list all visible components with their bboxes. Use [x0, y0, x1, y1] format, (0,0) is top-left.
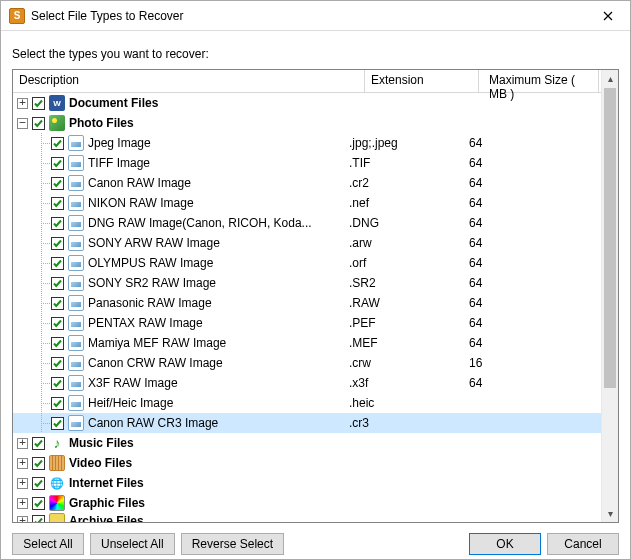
extension-value: .cr3	[347, 416, 461, 430]
extension-value: .TIF	[347, 156, 461, 170]
checkbox[interactable]	[51, 277, 64, 290]
category-label: Archive Files	[69, 514, 347, 522]
category-row-photo[interactable]: −Photo Files	[13, 113, 601, 133]
file-type-row[interactable]: Canon CRW RAW Image.crw16	[13, 353, 601, 373]
file-type-row[interactable]: TIFF Image.TIF64	[13, 153, 601, 173]
select-all-button[interactable]: Select All	[12, 533, 84, 555]
checkbox[interactable]	[32, 437, 45, 450]
column-max-size[interactable]: Maximum Size ( MB )	[479, 70, 599, 92]
expand-icon[interactable]: +	[17, 478, 28, 489]
tree-guide	[32, 273, 51, 293]
collapse-icon[interactable]: −	[17, 118, 28, 129]
checkbox[interactable]	[51, 137, 64, 150]
checkbox[interactable]	[32, 515, 45, 523]
checkbox[interactable]	[51, 197, 64, 210]
checkbox[interactable]	[32, 457, 45, 470]
file-type-row[interactable]: DNG RAW Image(Canon, RICOH, Koda....DNG6…	[13, 213, 601, 233]
category-row-music[interactable]: +♪Music Files	[13, 433, 601, 453]
checkbox[interactable]	[51, 297, 64, 310]
close-button[interactable]	[585, 1, 630, 31]
checkbox[interactable]	[51, 417, 64, 430]
file-type-row[interactable]: Jpeg Image.jpg;.jpeg64	[13, 133, 601, 153]
checkbox[interactable]	[32, 117, 45, 130]
file-type-row[interactable]: PENTAX RAW Image.PEF64	[13, 313, 601, 333]
expand-icon[interactable]: +	[17, 458, 28, 469]
checkbox[interactable]	[32, 477, 45, 490]
category-row-archive[interactable]: +Archive Files	[13, 513, 601, 522]
checkbox[interactable]	[51, 337, 64, 350]
expand-icon[interactable]: +	[17, 498, 28, 509]
file-type-row[interactable]: Canon RAW Image.cr264	[13, 173, 601, 193]
extension-value: .cr2	[347, 176, 461, 190]
tree-view[interactable]: +WDocument Files−Photo FilesJpeg Image.j…	[13, 93, 601, 522]
file-icon	[68, 195, 84, 211]
checkbox[interactable]	[51, 237, 64, 250]
reverse-select-button[interactable]: Reverse Select	[181, 533, 284, 555]
checkbox[interactable]	[51, 217, 64, 230]
checkbox[interactable]	[51, 397, 64, 410]
file-type-row[interactable]: NIKON RAW Image.nef64	[13, 193, 601, 213]
unselect-all-button[interactable]: Unselect All	[90, 533, 175, 555]
tree-guide	[32, 253, 51, 273]
category-label: Document Files	[69, 96, 347, 110]
file-type-row[interactable]: SONY ARW RAW Image.arw64	[13, 233, 601, 253]
column-extension[interactable]: Extension	[365, 70, 479, 92]
file-type-label: TIFF Image	[88, 156, 347, 170]
max-size-value: 16	[461, 356, 561, 370]
checkbox[interactable]	[32, 497, 45, 510]
extension-value: .crw	[347, 356, 461, 370]
file-type-row[interactable]: Panasonic RAW Image.RAW64	[13, 293, 601, 313]
checkbox[interactable]	[51, 377, 64, 390]
file-type-row[interactable]: X3F RAW Image.x3f64	[13, 373, 601, 393]
window-title: Select File Types to Recover	[31, 9, 585, 23]
column-description[interactable]: Description	[13, 70, 365, 92]
file-type-row[interactable]: SONY SR2 RAW Image.SR264	[13, 273, 601, 293]
file-type-label: Jpeg Image	[88, 136, 347, 150]
file-type-row[interactable]: OLYMPUS RAW Image.orf64	[13, 253, 601, 273]
file-type-label: NIKON RAW Image	[88, 196, 347, 210]
doc-icon: W	[49, 95, 65, 111]
category-row-document[interactable]: +WDocument Files	[13, 93, 601, 113]
extension-value: .x3f	[347, 376, 461, 390]
file-icon	[68, 335, 84, 351]
category-row-internet[interactable]: +🌐Internet Files	[13, 473, 601, 493]
file-type-row[interactable]: Canon RAW CR3 Image.cr3	[13, 413, 601, 433]
file-type-row[interactable]: Heif/Heic Image.heic	[13, 393, 601, 413]
cancel-button[interactable]: Cancel	[547, 533, 619, 555]
checkbox[interactable]	[51, 357, 64, 370]
extension-value: .orf	[347, 256, 461, 270]
tree-guide	[32, 393, 51, 413]
prompt-text: Select the types you want to recover:	[12, 47, 619, 61]
column-headers: Description Extension Maximum Size ( MB …	[13, 70, 618, 93]
file-type-label: Canon CRW RAW Image	[88, 356, 347, 370]
expand-icon[interactable]: +	[17, 438, 28, 449]
scrollbar[interactable]: ▴ ▾	[601, 70, 618, 522]
checkbox[interactable]	[51, 157, 64, 170]
scroll-thumb[interactable]	[604, 88, 616, 388]
checkbox[interactable]	[51, 257, 64, 270]
expand-icon[interactable]: +	[17, 516, 28, 523]
file-type-label: Panasonic RAW Image	[88, 296, 347, 310]
file-type-label: Heif/Heic Image	[88, 396, 347, 410]
file-type-row[interactable]: Mamiya MEF RAW Image.MEF64	[13, 333, 601, 353]
file-icon	[68, 355, 84, 371]
category-row-graphic[interactable]: +Graphic Files	[13, 493, 601, 513]
checkbox[interactable]	[51, 177, 64, 190]
extension-value: .heic	[347, 396, 461, 410]
footer: Select All Unselect All Reverse Select O…	[1, 523, 630, 560]
file-icon	[68, 255, 84, 271]
tree-guide	[32, 173, 51, 193]
category-row-video[interactable]: +Video Files	[13, 453, 601, 473]
max-size-value: 64	[461, 156, 561, 170]
checkbox[interactable]	[51, 317, 64, 330]
extension-value: .jpg;.jpeg	[347, 136, 461, 150]
tree-guide	[32, 213, 51, 233]
file-icon	[68, 175, 84, 191]
checkbox[interactable]	[32, 97, 45, 110]
scroll-down-icon[interactable]: ▾	[602, 505, 618, 522]
scroll-up-icon[interactable]: ▴	[602, 70, 618, 87]
video-icon	[49, 455, 65, 471]
ok-button[interactable]: OK	[469, 533, 541, 555]
expand-icon[interactable]: +	[17, 98, 28, 109]
category-label: Video Files	[69, 456, 347, 470]
